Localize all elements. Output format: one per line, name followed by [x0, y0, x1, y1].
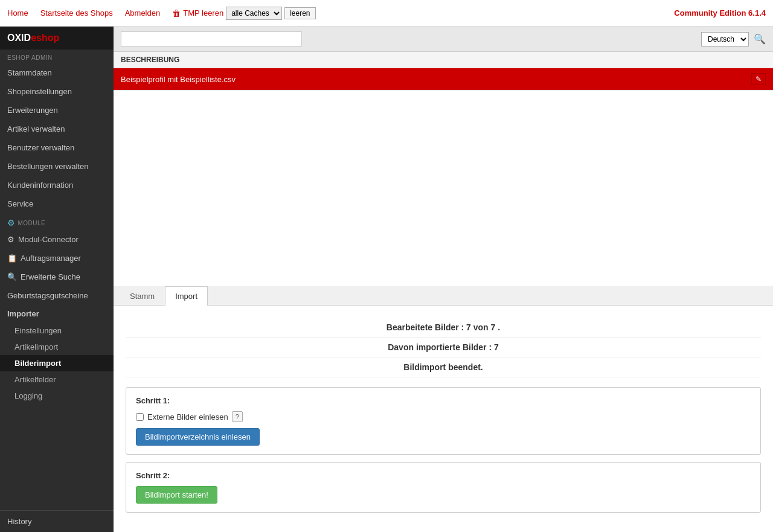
externe-bilder-checkbox[interactable]: [136, 413, 144, 421]
start-button[interactable]: Bildimport starten!: [136, 486, 217, 504]
sidebar-item-label: Bilderimport: [14, 359, 61, 368]
sidebar-item-label: Shopeinstellungen: [7, 87, 72, 96]
sidebar-history[interactable]: History: [0, 510, 114, 532]
import-stats: Bearbeitete Bilder : 7 von 7 . Davon imp…: [126, 318, 761, 377]
stat-row-3: Bildimport beendet.: [126, 357, 761, 377]
admin-section-label: ESHOP ADMIN: [0, 50, 114, 63]
sidebar-item-label: Modul-Connector: [18, 235, 79, 244]
sidebar-item-label: Geburtstagsgutscheine: [7, 291, 88, 300]
step2-box: Schritt 2: Bildimport starten!: [126, 462, 761, 513]
tab-import[interactable]: Import: [165, 286, 208, 306]
sidebar-sub-logging[interactable]: Logging: [0, 388, 114, 404]
edition-label: Community Edition 6.1.4: [674, 8, 766, 18]
sidebar-item-erweiterte-suche[interactable]: 🔍 Erweiterte Suche: [0, 268, 114, 286]
tab-stamm[interactable]: Stamm: [120, 286, 165, 306]
home-link[interactable]: Home: [7, 8, 28, 18]
abmelden-link[interactable]: Abmelden: [125, 8, 161, 18]
language-select[interactable]: Deutsch: [701, 32, 749, 46]
cache-select[interactable]: alle Caches: [226, 7, 282, 20]
sidebar-item-label: Erweiterungen: [7, 106, 58, 115]
module-dot-icon: ⚙: [7, 218, 16, 228]
startseite-link[interactable]: Startseite des Shops: [40, 8, 113, 18]
content-toolbar: Deutsch 🔍: [114, 27, 773, 52]
sidebar-item-modul-connector[interactable]: ⚙ Modul-Connector: [0, 230, 114, 249]
sidebar-item-service[interactable]: Service: [0, 194, 114, 213]
sidebar-item-label: Kundeninformation: [7, 181, 73, 190]
tab-bar: Stamm Import: [114, 286, 773, 306]
tmp-leeren-group: 🗑 TMP leeren alle Caches leeren: [172, 7, 315, 20]
externe-bilder-row: Externe Bilder einlesen ?: [136, 411, 751, 422]
help-button[interactable]: ?: [232, 411, 243, 422]
sidebar-item-artikel-verwalten[interactable]: Artikel verwalten: [0, 120, 114, 138]
sidebar-sub-artikelimport[interactable]: Artikelimport: [0, 339, 114, 355]
sidebar-item-label: Logging: [14, 391, 42, 400]
stat-row-1: Bearbeitete Bilder : 7 von 7 .: [126, 318, 761, 338]
content-blank-area: [114, 91, 773, 286]
profile-row: Beispielprofil mit Beispielliste.csv ✎: [114, 68, 773, 91]
search-input[interactable]: [121, 31, 302, 46]
beschreibung-header: BESCHREIBUNG: [114, 52, 773, 68]
sidebar-item-label: Importer: [7, 309, 39, 318]
edit-button[interactable]: ✎: [751, 73, 766, 85]
sidebar-item-importer[interactable]: Importer: [0, 305, 114, 322]
sidebar-item-label: Artikelfelder: [14, 375, 56, 384]
sidebar-item-label: Erweiterte Suche: [21, 272, 80, 281]
sidebar-sub-bilderimport[interactable]: Bilderimport: [0, 355, 114, 371]
sidebar-item-stammdaten[interactable]: Stammdaten: [0, 63, 114, 82]
module-section-label: ⚙ MODULE: [0, 213, 114, 230]
trash-icon: 🗑: [172, 8, 181, 18]
stat-row-2: Davon importierte Bilder : 7: [126, 338, 761, 357]
search-button[interactable]: 🔍: [754, 33, 766, 45]
sidebar-item-shopeinstellungen[interactable]: Shopeinstellungen: [0, 82, 114, 101]
sidebar-item-geburtstagsgutscheine[interactable]: Geburtstagsgutscheine: [0, 286, 114, 305]
gear-icon: ⚙: [7, 235, 14, 244]
sidebar-sub-einstellungen[interactable]: Einstellungen: [0, 322, 114, 339]
step2-title: Schritt 2:: [136, 471, 751, 480]
leeren-button[interactable]: leeren: [284, 7, 315, 19]
sidebar-item-label: Service: [7, 199, 33, 208]
clipboard-icon: 📋: [7, 254, 17, 263]
search-icon: 🔍: [7, 272, 17, 281]
logo-area: OXID eshop: [0, 27, 114, 50]
main-layout: OXID eshop ESHOP ADMIN Stammdaten Shopei…: [0, 27, 773, 532]
step1-title: Schritt 1:: [136, 396, 751, 405]
sidebar-item-label: Einstellungen: [14, 326, 62, 335]
sidebar-item-label: Auftragsmanager: [21, 254, 81, 263]
logo-eshop: eshop: [31, 33, 59, 43]
import-panel: Bearbeitete Bilder : 7 von 7 . Davon imp…: [114, 306, 773, 532]
logo-oxid: OXID: [7, 33, 31, 43]
sidebar-item-auftragsmanager[interactable]: 📋 Auftragsmanager: [0, 249, 114, 268]
sidebar-sub-artikelfelder[interactable]: Artikelfelder: [0, 371, 114, 388]
sidebar-item-label: Artikelimport: [14, 342, 58, 351]
sidebar-item-benutzer-verwalten[interactable]: Benutzer verwalten: [0, 138, 114, 157]
top-navigation: Home Startseite des Shops Abmelden 🗑 TMP…: [0, 0, 773, 27]
sidebar-item-kundeninformation[interactable]: Kundeninformation: [0, 176, 114, 194]
content-area: Deutsch 🔍 BESCHREIBUNG Beispielprofil mi…: [114, 27, 773, 532]
sidebar-item-bestellungen-verwalten[interactable]: Bestellungen verwalten: [0, 157, 114, 176]
sidebar-item-erweiterungen[interactable]: Erweiterungen: [0, 101, 114, 120]
externe-bilder-label: Externe Bilder einlesen: [147, 412, 228, 421]
sidebar-bottom: History: [0, 510, 114, 532]
history-label: History: [7, 517, 31, 526]
step1-box: Schritt 1: Externe Bilder einlesen ? Bil…: [126, 387, 761, 455]
sidebar: OXID eshop ESHOP ADMIN Stammdaten Shopei…: [0, 27, 114, 532]
sidebar-item-label: Benutzer verwalten: [7, 143, 74, 152]
profile-name: Beispielprofil mit Beispielliste.csv: [121, 75, 236, 84]
sidebar-item-label: Bestellungen verwalten: [7, 162, 88, 171]
sidebar-item-label: Stammdaten: [7, 68, 52, 77]
sidebar-item-label: Artikel verwalten: [7, 124, 65, 133]
einlesen-button[interactable]: Bildimportverzeichnis einlesen: [136, 428, 260, 446]
tmp-leeren-link[interactable]: TMP leeren: [183, 8, 223, 18]
